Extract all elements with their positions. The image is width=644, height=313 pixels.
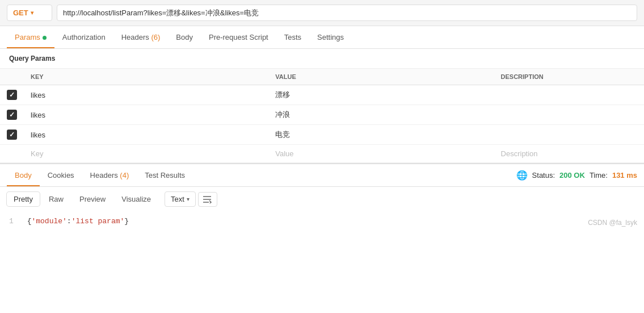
code-brace-close: }	[124, 217, 129, 226]
row-1-value[interactable]: 漂移	[268, 85, 494, 105]
table-row: likes 电竞	[0, 125, 644, 145]
format-toolbar: Pretty Raw Preview Visualize Text ▾	[0, 187, 644, 211]
tab-settings[interactable]: Settings	[309, 26, 352, 48]
response-tab-headers[interactable]: Headers (4)	[82, 164, 137, 186]
row-2-checkbox-cell	[0, 105, 24, 125]
code-line-1: {'module':'list param'}	[27, 217, 129, 226]
app-container: GET ▾ Params Authorization Headers (6) B…	[0, 0, 644, 231]
response-headers-badge: (4)	[120, 171, 129, 180]
row-3-checkbox-cell	[0, 125, 24, 145]
table-row: likes 漂移	[0, 85, 644, 105]
response-tabs: Body Cookies Headers (4) Test Results 🌐 …	[0, 164, 644, 187]
params-dot	[43, 36, 47, 40]
time-label: Time:	[590, 171, 608, 180]
col-header-checkbox	[0, 69, 24, 85]
code-area: 1 {'module':'list param'}	[0, 211, 644, 231]
row-3-key[interactable]: likes	[24, 125, 268, 145]
placeholder-key[interactable]: Key	[24, 145, 268, 163]
response-meta: 🌐 Status: 200 OK Time: 131 ms	[516, 170, 637, 181]
row-3-description[interactable]	[494, 125, 644, 145]
text-type-label: Text	[171, 195, 184, 203]
method-select[interactable]: GET ▾	[7, 5, 52, 21]
row-1-key[interactable]: likes	[24, 85, 268, 105]
text-dropdown-chevron: ▾	[187, 196, 190, 202]
pretty-button[interactable]: Pretty	[7, 192, 40, 206]
tab-body[interactable]: Body	[168, 26, 201, 48]
placeholder-value[interactable]: Value	[268, 145, 494, 163]
response-tab-cookies[interactable]: Cookies	[40, 164, 82, 186]
placeholder-row: Key Value Description	[0, 145, 644, 163]
method-label: GET	[13, 9, 28, 17]
tab-params[interactable]: Params	[7, 26, 54, 48]
row-2-key[interactable]: likes	[24, 105, 268, 125]
response-section: Body Cookies Headers (4) Test Results 🌐 …	[0, 163, 644, 231]
tab-headers[interactable]: Headers (6)	[113, 26, 169, 48]
request-tabs: Params Authorization Headers (6) Body Pr…	[0, 26, 644, 49]
response-tab-test-results[interactable]: Test Results	[137, 164, 193, 186]
raw-button[interactable]: Raw	[42, 192, 70, 206]
url-bar: GET ▾	[0, 0, 644, 26]
col-header-description: DESCRIPTION	[494, 69, 644, 85]
wrap-icon	[203, 195, 212, 203]
placeholder-description[interactable]: Description	[494, 145, 644, 163]
visualize-button[interactable]: Visualize	[115, 192, 158, 206]
table-row: likes 冲浪	[0, 105, 644, 125]
text-type-dropdown[interactable]: Text ▾	[165, 191, 196, 207]
tab-authorization[interactable]: Authorization	[54, 26, 113, 48]
row-1-checkbox-cell	[0, 85, 24, 105]
status-label: Status:	[532, 171, 555, 180]
tab-pre-request-script[interactable]: Pre-request Script	[201, 26, 276, 48]
time-value: 131 ms	[612, 171, 637, 180]
row-1-checkbox[interactable]	[7, 90, 17, 100]
chevron-down-icon: ▾	[31, 10, 33, 16]
row-3-checkbox[interactable]	[7, 130, 17, 140]
row-2-description[interactable]	[494, 105, 644, 125]
row-1-description[interactable]	[494, 85, 644, 105]
url-input[interactable]	[57, 5, 637, 21]
col-header-key: KEY	[24, 69, 268, 85]
watermark: CSDN @fa_lsyk	[588, 219, 637, 227]
tab-tests[interactable]: Tests	[276, 26, 309, 48]
row-3-value[interactable]: 电竞	[268, 125, 494, 145]
headers-badge: (6)	[151, 33, 160, 41]
row-2-checkbox[interactable]	[7, 110, 17, 120]
response-tab-body[interactable]: Body	[7, 164, 40, 186]
status-value: 200 OK	[559, 171, 585, 180]
col-header-value: VALUE	[268, 69, 494, 85]
globe-icon: 🌐	[516, 170, 528, 181]
wrap-button[interactable]	[198, 192, 217, 207]
query-params-title: Query Params	[0, 49, 644, 69]
line-number: 1	[9, 217, 14, 226]
preview-button[interactable]: Preview	[73, 192, 112, 206]
row-2-value[interactable]: 冲浪	[268, 105, 494, 125]
params-table: KEY VALUE DESCRIPTION likes 漂移	[0, 69, 644, 163]
